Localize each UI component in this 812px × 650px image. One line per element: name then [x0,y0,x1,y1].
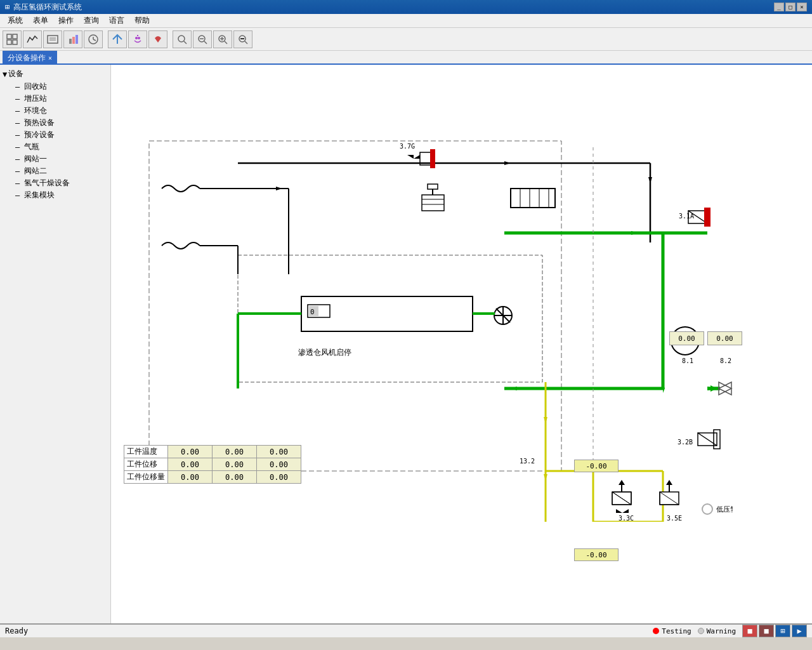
sidebar-item-booster[interactable]: — 增压站 [3,93,108,105]
disp-amt-val-2: 0.00 [213,471,257,484]
toolbar [0,28,812,51]
title-bar-controls: _ □ × [774,3,807,11]
menu-help[interactable]: 帮助 [129,14,155,27]
sidebar-item-recycling[interactable]: — 回收站 [3,81,108,93]
sidebar-item-valve2[interactable]: — 阀站二 [3,165,108,177]
status-icon-1[interactable]: ■ [742,625,757,637]
svg-line-22 [225,41,227,44]
svg-line-17 [184,41,187,44]
menu-language[interactable]: 语言 [104,14,129,27]
zoom-out-button[interactable] [193,30,212,48]
menu-operation[interactable]: 操作 [53,14,79,27]
disp-val-3: 0.00 [257,458,301,471]
svg-rect-3 [13,40,17,44]
disp-amt-val-3: 0.00 [257,471,301,484]
testing-indicator: Testing [653,627,691,635]
tree-dash: — [15,119,24,128]
sidebar-item-chamber[interactable]: — 环境仓 [3,105,108,117]
sidebar-item-dryer[interactable]: — 氢气干燥设备 [3,177,108,189]
app-title: 高压氢循环测试系统 [13,2,82,13]
tab-close-button[interactable]: × [48,55,52,62]
sidebar-item-label-7: 阀站二 [24,166,47,176]
svg-text:3.3C: 3.3C [619,515,634,522]
displacement-amount-label: 工件位移量 [124,471,168,484]
svg-marker-140 [719,382,731,395]
displacement-label: 工件位移 [124,458,168,471]
sidebar-item-valve1[interactable]: — 阀站一 [3,153,108,165]
testing-label: Testing [662,627,691,635]
sidebar-item-label-5: 气瓶 [24,142,39,152]
sidebar-item-label-4: 预冷设备 [24,129,55,140]
toolbar-btn-7[interactable] [128,30,147,48]
sidebar-item-label-9: 采集模块 [24,190,55,201]
svg-marker-82 [544,474,547,481]
sidebar-item-label-1: 增压站 [24,93,47,104]
svg-point-129 [702,504,712,514]
toolbar-btn-5[interactable] [84,30,103,48]
svg-rect-51 [704,208,710,227]
tree-dash: — [15,191,24,200]
zoom-reset-button[interactable] [233,30,252,48]
sidebar-item-collector[interactable]: — 采集模块 [3,189,108,201]
svg-line-26 [245,41,247,44]
svg-text:8.2: 8.2 [720,357,731,364]
sidebar-item-cylinder[interactable]: — 气瓶 [3,141,108,153]
status-icon-3-symbol: ⊞ [780,627,785,635]
svg-rect-2 [7,40,11,44]
svg-marker-116 [619,480,625,485]
menu-system[interactable]: 系统 [3,14,28,27]
toolbar-btn-8[interactable] [148,30,167,48]
status-icon-3[interactable]: ⊞ [775,625,790,637]
tree-root-label: 设备 [8,69,23,79]
disp-amt-val-1: 0.00 [168,471,213,484]
tree-dash: — [15,107,24,116]
tree-dash: — [15,155,24,164]
minimize-button[interactable]: _ [774,3,784,11]
title-bar-title: ⊞ 高压氢循环测试系统 [5,2,82,13]
diagram-scroll[interactable]: 3.1A 3.2B 3.7G [111,65,812,623]
sensor-13-1-value: -0.00 [574,548,619,561]
svg-text:0: 0 [310,308,315,316]
close-button[interactable]: × [797,3,807,11]
toolbar-btn-3[interactable] [43,30,62,48]
svg-marker-97 [276,187,282,190]
svg-marker-124 [666,480,672,485]
toolbar-btn-2[interactable] [23,30,42,48]
temp-val-1: 0.00 [168,446,213,458]
sidebar-item-precool[interactable]: — 预冷设备 [3,129,108,141]
svg-line-12 [93,39,96,41]
svg-text:低压氢气入口: 低压氢气入口 [716,505,733,514]
maximize-button[interactable]: □ [785,3,796,11]
warning-dot [698,628,704,634]
diagram-canvas: 3.1A 3.2B 3.7G [111,65,733,522]
toolbar-btn-6[interactable] [108,30,127,48]
status-icon-4[interactable]: ▶ [792,625,807,637]
tree-dash: — [15,179,24,188]
disp-val-2: 0.00 [213,458,257,471]
menu-form[interactable]: 表单 [28,14,53,27]
toolbar-btn-1[interactable] [3,30,22,48]
toolbar-btn-4[interactable] [63,30,82,48]
testing-dot [653,628,659,634]
tree-root-device[interactable]: ▼ 设备 [3,67,108,81]
svg-marker-88 [616,509,622,513]
menu-query[interactable]: 查询 [79,14,104,27]
svg-text:3.1A: 3.1A [679,213,694,220]
sidebar-item-label-3: 预热设备 [24,117,55,128]
sidebar-item-preheat[interactable]: — 预热设备 [3,117,108,129]
sensor-8-2-value: 0.00 [707,331,742,345]
zoom-fit-button[interactable] [173,30,192,48]
svg-marker-138 [710,385,717,392]
sensor-13-2-value: -0.00 [574,460,619,472]
status-right: Testing Warning ■ ■ ⊞ ▶ [653,625,807,637]
svg-point-16 [178,36,185,42]
sidebar-item-label-0: 回收站 [24,81,47,92]
svg-rect-9 [75,35,78,44]
svg-marker-139 [719,382,731,395]
svg-marker-59 [414,155,420,159]
zoom-in-button[interactable] [213,30,232,48]
tab-device-operation[interactable]: 分设备操作 × [3,51,57,63]
status-icon-2[interactable]: ■ [759,625,774,637]
sensor-8-1-value: 0.00 [669,331,704,345]
temperature-label: 工件温度 [124,446,168,458]
